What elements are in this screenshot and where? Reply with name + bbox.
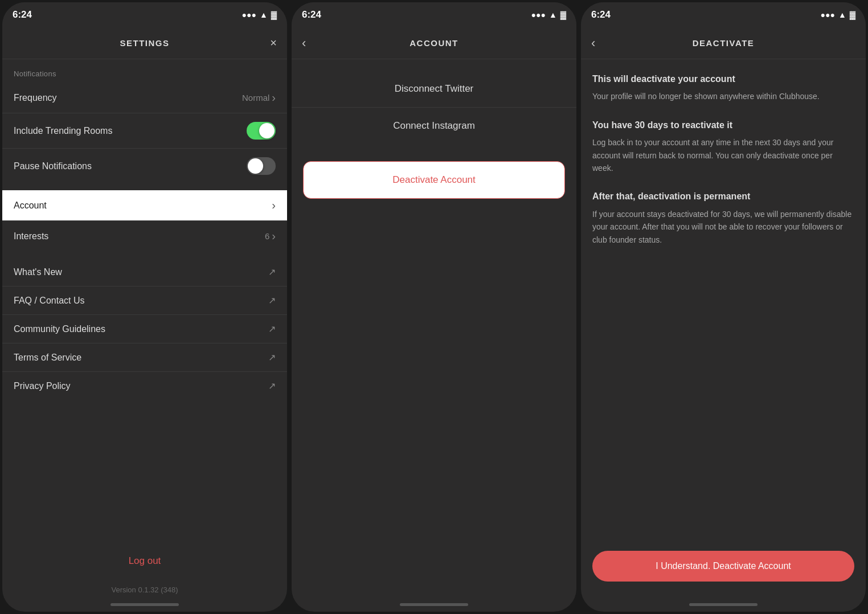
interests-value: 6 (265, 230, 276, 243)
deactivate-section-1: This will deactivate your account Your p… (592, 73, 854, 103)
frequency-item[interactable]: Frequency Normal (2, 83, 287, 113)
deactivate-section-3-text: If your account stays deactivated for 30… (592, 208, 854, 246)
pause-toggle-knob (248, 158, 263, 174)
spacer-1 (2, 400, 287, 530)
connect-instagram-item[interactable]: Connect Instagram (292, 108, 576, 144)
trending-item[interactable]: Include Trending Rooms (2, 113, 287, 149)
faq-arrow (268, 295, 276, 306)
divider-1 (2, 183, 287, 190)
deactivate-back-button[interactable]: ‹ (591, 36, 595, 51)
status-time-settings: 6:24 (13, 9, 32, 21)
understand-btn-container: I Understand. Deactivate Account (581, 542, 866, 599)
account-back-button[interactable]: ‹ (302, 36, 306, 51)
community-arrow (268, 324, 276, 334)
privacy-item[interactable]: Privacy Policy (2, 372, 287, 400)
signal-icon-account: ●●● (531, 10, 546, 19)
status-bar-account: 6:24 ●●● ▲ ▓ (292, 2, 576, 27)
battery-icon-deactivate: ▓ (850, 10, 855, 19)
deactivate-section-3-title: After that, deactivation is permanent (592, 190, 854, 203)
whats-new-arrow (268, 267, 276, 277)
community-item[interactable]: Community Guidelines (2, 315, 287, 343)
interests-item[interactable]: Interests 6 (2, 221, 287, 251)
logout-button[interactable]: Log out (14, 547, 276, 575)
privacy-arrow (268, 380, 276, 391)
privacy-label: Privacy Policy (14, 381, 71, 391)
deactivate-section-2-text: Log back in to your account at any time … (592, 136, 854, 174)
deactivate-nav-bar: ‹ DEACTIVATE (581, 27, 866, 59)
account-chevron (272, 199, 276, 212)
connect-instagram-label: Connect Instagram (393, 120, 475, 132)
community-label: Community Guidelines (14, 324, 105, 334)
deactivate-section-2-title: You have 30 days to reactivate it (592, 119, 854, 132)
status-bar-deactivate: 6:24 ●●● ▲ ▓ (581, 2, 866, 27)
trending-label: Include Trending Rooms (14, 126, 112, 136)
account-screen-wrapper: 6:24 ●●● ▲ ▓ ‹ ACCOUNT Disconnect Twitte… (289, 0, 579, 614)
disconnect-twitter-item[interactable]: Disconnect Twitter (292, 71, 576, 108)
status-time-account: 6:24 (302, 9, 321, 21)
pause-item[interactable]: Pause Notifications (2, 149, 287, 183)
notifications-label: Notifications (2, 59, 287, 83)
understand-deactivate-button[interactable]: I Understand. Deactivate Account (592, 551, 854, 582)
battery-icon-account: ▓ (560, 10, 566, 19)
home-indicator-deactivate (689, 603, 758, 606)
terms-label: Terms of Service (14, 353, 81, 363)
terms-item[interactable]: Terms of Service (2, 343, 287, 372)
settings-close-button[interactable]: × (270, 36, 277, 50)
deactivate-title: DEACTIVATE (693, 38, 755, 48)
status-icons-account: ●●● ▲ ▓ (531, 10, 566, 19)
version-text: Version 0.1.32 (348) (2, 581, 287, 599)
account-screen: 6:24 ●●● ▲ ▓ ‹ ACCOUNT Disconnect Twitte… (292, 2, 576, 612)
account-title: ACCOUNT (410, 38, 458, 48)
deactivate-section-1-title: This will deactivate your account (592, 73, 854, 85)
settings-nav-bar: SETTINGS × (2, 27, 287, 59)
status-icons-settings: ●●● ▲ ▓ (242, 10, 277, 19)
deactivate-screen: 6:24 ●●● ▲ ▓ ‹ DEACTIVATE This will deac… (581, 2, 866, 612)
account-items-group: Disconnect Twitter Connect Instagram (292, 71, 576, 144)
settings-screen-wrapper: 6:24 ●●● ▲ ▓ SETTINGS × Notifications Fr… (0, 0, 289, 614)
deactivate-section-1-text: Your profile will no longer be shown any… (592, 90, 854, 103)
screens-container: 6:24 ●●● ▲ ▓ SETTINGS × Notifications Fr… (0, 0, 868, 614)
settings-screen: 6:24 ●●● ▲ ▓ SETTINGS × Notifications Fr… (2, 2, 287, 612)
faq-label: FAQ / Contact Us (14, 296, 84, 306)
frequency-label: Frequency (14, 93, 57, 103)
disconnect-twitter-label: Disconnect Twitter (395, 83, 474, 95)
status-icons-deactivate: ●●● ▲ ▓ (821, 10, 855, 19)
signal-icon-deactivate: ●●● (821, 10, 835, 19)
deactivate-account-button[interactable]: Deactivate Account (304, 162, 564, 198)
account-nav-bar: ‹ ACCOUNT (292, 27, 576, 59)
trending-toggle[interactable] (247, 122, 276, 140)
deactivate-section-2: You have 30 days to reactivate it Log ba… (592, 119, 854, 175)
account-group: Account Interests 6 (2, 190, 287, 251)
whats-new-label: What's New (14, 267, 62, 277)
signal-icon: ●●● (242, 10, 256, 19)
account-item[interactable]: Account (2, 190, 287, 221)
deactivate-btn-container: Deactivate Account (303, 161, 565, 199)
toggle-knob (259, 123, 275, 138)
deactivate-section-3: After that, deactivation is permanent If… (592, 190, 854, 246)
frequency-value: Normal (242, 91, 276, 104)
wifi-icon: ▲ (260, 10, 268, 19)
interests-label: Interests (14, 231, 48, 241)
spacer-account (292, 216, 576, 599)
links-group: What's New FAQ / Contact Us Community Gu… (2, 258, 287, 400)
status-bar-settings: 6:24 ●●● ▲ ▓ (2, 2, 287, 27)
home-indicator-account (400, 603, 468, 606)
deactivate-content: This will deactivate your account Your p… (581, 59, 866, 542)
wifi-icon-account: ▲ (549, 10, 557, 19)
account-label: Account (14, 200, 47, 211)
interests-chevron (272, 230, 276, 243)
settings-title: SETTINGS (120, 38, 169, 48)
notifications-group: Frequency Normal Include Trending Rooms … (2, 83, 287, 183)
battery-icon: ▓ (271, 10, 277, 19)
faq-item[interactable]: FAQ / Contact Us (2, 286, 287, 315)
deactivate-screen-wrapper: 6:24 ●●● ▲ ▓ ‹ DEACTIVATE This will deac… (579, 0, 868, 614)
frequency-chevron (272, 91, 276, 104)
status-time-deactivate: 6:24 (591, 9, 611, 21)
home-indicator-settings (110, 603, 179, 606)
terms-arrow (268, 352, 276, 363)
whats-new-item[interactable]: What's New (2, 258, 287, 286)
pause-label: Pause Notifications (14, 161, 92, 171)
pause-toggle[interactable] (247, 157, 276, 175)
wifi-icon-deactivate: ▲ (838, 10, 846, 19)
divider-2 (2, 251, 287, 258)
